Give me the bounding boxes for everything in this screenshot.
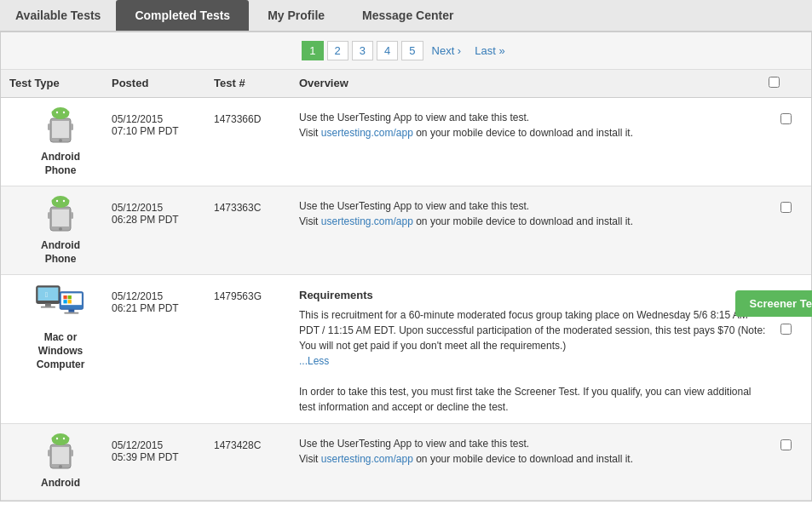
test-type-cell: Android bbox=[9, 433, 112, 490]
pagination-last[interactable]: Last » bbox=[469, 42, 510, 60]
svg-point-35 bbox=[59, 465, 62, 468]
posted-date: 05/12/201507:10 PM PDT bbox=[112, 106, 214, 137]
test-type-cell: AndroidPhone bbox=[9, 106, 112, 177]
svg-rect-8 bbox=[48, 123, 50, 130]
row-checkbox[interactable] bbox=[780, 202, 792, 213]
svg-rect-28 bbox=[68, 295, 72, 299]
android-icon bbox=[43, 195, 78, 236]
row-checkbox[interactable] bbox=[780, 113, 792, 124]
svg-rect-31 bbox=[68, 310, 74, 312]
col-overview: Overview bbox=[299, 77, 769, 90]
col-test-num: Test # bbox=[214, 77, 299, 90]
page-1[interactable]: 1 bbox=[302, 41, 323, 60]
android-icon bbox=[43, 433, 78, 473]
svg-rect-29 bbox=[63, 301, 66, 304]
row-checkbox-cell bbox=[769, 195, 803, 213]
device-label: AndroidPhone bbox=[41, 151, 80, 177]
row-checkbox-cell bbox=[769, 106, 803, 124]
table-header: Test Type Posted Test # Overview bbox=[1, 70, 811, 98]
svg-rect-41 bbox=[48, 450, 50, 456]
row-checkbox[interactable] bbox=[780, 439, 792, 450]
nav-tabs: Available Tests Completed Tests My Profi… bbox=[0, 0, 812, 32]
tab-completed[interactable]: Completed Tests bbox=[116, 0, 249, 31]
svg-point-40 bbox=[63, 438, 65, 439]
device-label: Mac orWindowsComputer bbox=[37, 331, 85, 371]
tab-messages[interactable]: Message Center bbox=[343, 0, 472, 31]
overview-cell: Use the UserTesting App to view and take… bbox=[299, 433, 769, 467]
table-row: AndroidPhone 05/12/201506:28 PM PDT 1473… bbox=[1, 186, 811, 275]
test-number: 1473428C bbox=[214, 433, 299, 451]
action-cell: Screener Test bbox=[769, 284, 803, 335]
table-row: AndroidPhone 05/12/201507:10 PM PDT 1473… bbox=[1, 98, 811, 186]
page-2[interactable]: 2 bbox=[327, 41, 348, 60]
device-label: Android bbox=[41, 477, 80, 490]
app-link[interactable]: usertesting.com/app bbox=[321, 127, 413, 139]
svg-rect-21 bbox=[37, 288, 58, 301]
row-checkbox[interactable] bbox=[780, 324, 792, 335]
svg-rect-23 bbox=[45, 304, 51, 307]
col-test-type: Test Type bbox=[9, 77, 112, 90]
posted-date: 05/12/201506:21 PM PDT bbox=[112, 284, 214, 314]
app-link[interactable]: usertesting.com/app bbox=[321, 453, 413, 465]
posted-date: 05/12/201506:28 PM PDT bbox=[112, 195, 214, 226]
tab-available[interactable]: Available Tests bbox=[0, 0, 116, 31]
svg-rect-42 bbox=[71, 450, 73, 456]
test-type-cell: AndroidPhone bbox=[9, 195, 112, 266]
overview-cell: Use the UserTesting App to view and take… bbox=[299, 195, 769, 229]
svg-point-12 bbox=[59, 227, 62, 231]
svg-text::  bbox=[45, 290, 48, 299]
svg-rect-34 bbox=[52, 447, 69, 464]
svg-rect-27 bbox=[63, 295, 66, 299]
overview-cell: Use the UserTesting App to view and take… bbox=[299, 106, 769, 140]
select-all-checkbox[interactable] bbox=[769, 77, 780, 88]
tab-profile[interactable]: My Profile bbox=[249, 0, 343, 31]
screener-test-button[interactable]: Screener Test bbox=[735, 290, 812, 317]
col-posted: Posted bbox=[112, 77, 214, 90]
svg-rect-9 bbox=[71, 123, 73, 130]
requirements-title: Requirements bbox=[299, 287, 769, 304]
device-label: AndroidPhone bbox=[41, 239, 80, 266]
svg-point-2 bbox=[59, 139, 62, 142]
test-number: 1473363C bbox=[214, 195, 299, 214]
svg-rect-19 bbox=[71, 212, 73, 219]
svg-point-39 bbox=[56, 438, 58, 439]
test-type-cell:  Mac orWindowsComputer bbox=[9, 284, 112, 371]
svg-rect-1 bbox=[52, 121, 69, 138]
svg-point-15 bbox=[52, 196, 69, 208]
table-row:  Mac orWindowsComputer 05/12/201506:21 … bbox=[1, 275, 811, 424]
posted-date: 05/12/201505:39 PM PDT bbox=[112, 433, 214, 463]
test-number: 1479563G bbox=[214, 284, 299, 302]
svg-rect-11 bbox=[52, 209, 69, 226]
main-content: 1 2 3 4 5 Next › Last » Test Type Posted… bbox=[0, 32, 812, 502]
svg-rect-30 bbox=[68, 301, 72, 304]
svg-point-5 bbox=[52, 107, 69, 119]
less-link[interactable]: ...Less bbox=[299, 355, 329, 367]
svg-point-6 bbox=[56, 112, 58, 113]
page-3[interactable]: 3 bbox=[352, 41, 373, 60]
svg-rect-18 bbox=[48, 212, 50, 219]
svg-point-7 bbox=[63, 112, 65, 113]
svg-point-38 bbox=[52, 433, 69, 445]
pagination: 1 2 3 4 5 Next › Last » bbox=[1, 32, 811, 70]
table-row: Android 05/12/201505:39 PM PDT 1473428C … bbox=[1, 424, 811, 501]
page-5[interactable]: 5 bbox=[401, 41, 423, 60]
pagination-next[interactable]: Next › bbox=[427, 42, 467, 60]
overview-cell: Requirements This is recruitment for a 6… bbox=[299, 284, 769, 415]
svg-rect-24 bbox=[41, 307, 55, 308]
test-number: 1473366D bbox=[214, 106, 299, 125]
svg-point-17 bbox=[63, 200, 65, 202]
mac-windows-icon:  bbox=[35, 284, 86, 328]
svg-point-16 bbox=[56, 200, 58, 202]
android-icon bbox=[43, 106, 78, 147]
app-link[interactable]: usertesting.com/app bbox=[321, 215, 413, 227]
row-checkbox-cell bbox=[769, 433, 803, 450]
page-4[interactable]: 4 bbox=[377, 41, 398, 60]
col-checkbox-header bbox=[769, 77, 803, 90]
svg-rect-32 bbox=[64, 312, 78, 314]
